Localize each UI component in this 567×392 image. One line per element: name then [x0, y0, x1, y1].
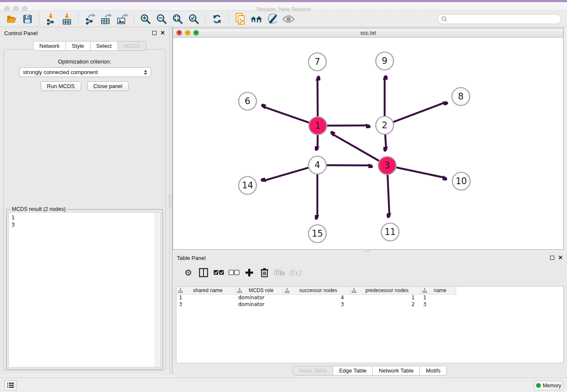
zoom-out-icon[interactable] [155, 13, 168, 25]
float-table-panel-icon[interactable] [550, 256, 554, 260]
import-table-icon[interactable] [61, 13, 73, 25]
cell[interactable]: 1 [350, 295, 421, 301]
export-table-icon[interactable] [100, 13, 113, 25]
save-icon[interactable] [21, 13, 34, 25]
cell[interactable]: dominator [236, 295, 283, 301]
mcds-panel: Optimization criterion: strongly connect… [3, 49, 166, 371]
close-panel-icon[interactable]: ✕ [160, 31, 165, 35]
column-header-predecessor-nodes[interactable]: predecessor nodes [350, 287, 421, 295]
node-15[interactable]: 15 [308, 225, 326, 243]
run-mcds-button[interactable]: Run MCDS [41, 81, 81, 91]
edge-1-6[interactable] [262, 106, 309, 123]
tab-mcds[interactable]: MCDS [118, 41, 146, 51]
tab-network[interactable]: Network [33, 41, 66, 51]
table-panel-title: Table Panel [177, 255, 206, 261]
svg-text:9: 9 [382, 56, 387, 66]
settings-gear-icon[interactable]: ⚙ [182, 266, 195, 279]
svg-text:8: 8 [458, 91, 463, 102]
close-table-panel-icon[interactable]: ✕ [558, 256, 563, 260]
optimization-criterion-value: strongly connected component [23, 69, 98, 75]
export-network-icon[interactable] [84, 13, 96, 25]
tab-motifs[interactable]: Motifs [419, 366, 447, 375]
add-column-icon[interactable] [243, 266, 256, 279]
tab-style[interactable]: Style [66, 41, 90, 51]
table-row[interactable]: 3dominator323 [176, 301, 563, 308]
close-panel-button[interactable]: Close panel [87, 81, 129, 91]
cell[interactable]: 1 [176, 295, 236, 301]
import-network-icon[interactable] [44, 13, 57, 25]
node-9[interactable]: 9 [376, 52, 394, 70]
node-4[interactable]: 4 [308, 156, 326, 174]
node-table[interactable]: shared nameMCDS rolesuccessor nodesprede… [176, 286, 564, 363]
table-row[interactable]: 1dominator411 [176, 295, 563, 301]
node-10[interactable]: 10 [452, 172, 470, 190]
memory-label: Memory [543, 383, 561, 389]
node-6[interactable]: 6 [239, 92, 256, 110]
refresh-layout-icon[interactable] [211, 13, 223, 25]
search-box[interactable] [438, 14, 561, 24]
eye-visibility-icon[interactable] [282, 13, 295, 25]
cell[interactable]: 3 [421, 301, 456, 308]
vertical-splitter-handle[interactable] [169, 195, 173, 207]
table-panel-header: Table Panel ✕ [173, 252, 567, 264]
optimization-criterion-select[interactable]: strongly connected component [19, 67, 151, 77]
cell[interactable]: 2 [350, 301, 421, 308]
zoom-fit-icon[interactable] [171, 13, 184, 25]
control-panel-header: Control Panel ✕ [0, 27, 169, 39]
tab-network-table[interactable]: Network Table [372, 366, 419, 375]
select-stepper-icon [144, 70, 147, 75]
result-scrollbar[interactable] [155, 213, 160, 367]
node-14[interactable]: 14 [239, 177, 256, 194]
deselect-all-icon[interactable] [228, 266, 240, 279]
column-header-MCDS-role[interactable]: MCDS role [236, 287, 283, 295]
column-header-successor-nodes[interactable]: successor nodes [283, 287, 350, 295]
cell[interactable]: 4 [283, 295, 350, 301]
style-preview-icon[interactable] [266, 13, 279, 25]
tab-select[interactable]: Select [90, 41, 118, 51]
toolbar-separator [78, 13, 79, 25]
tab-edge-table[interactable]: Edge Table [333, 366, 372, 375]
edge-3-11[interactable] [388, 175, 389, 217]
cell[interactable]: dominator [236, 301, 283, 308]
duplicate-network-icon[interactable] [234, 13, 247, 25]
edge-3-1[interactable] [331, 133, 379, 161]
node-1[interactable]: 1 [309, 117, 327, 135]
search-input[interactable] [449, 16, 557, 22]
node-11[interactable]: 11 [381, 223, 399, 241]
split-panel-icon[interactable] [197, 266, 210, 279]
cell[interactable]: 3 [283, 301, 350, 308]
svg-text:15: 15 [312, 229, 323, 239]
node-2[interactable]: 2 [376, 116, 394, 134]
mcds-result-title: MCDS result (2 nodes) [10, 206, 67, 212]
edge-2-3[interactable] [385, 135, 386, 150]
edge-2-8[interactable] [394, 102, 447, 122]
network-canvas[interactable]: 7968124314101511 [173, 38, 563, 249]
task-history-button[interactable] [4, 380, 17, 390]
memory-button[interactable]: Memory [534, 381, 563, 390]
home-networks-icon[interactable] [250, 13, 263, 25]
mcds-result-textarea[interactable]: 13 [8, 212, 161, 367]
edge-4-14[interactable] [262, 168, 308, 181]
select-all-icon[interactable] [212, 266, 225, 279]
control-panel: Control Panel ✕ NetworkStyleSelectMCDS O… [0, 27, 169, 374]
tab-node-table[interactable]: Node Table [293, 366, 333, 375]
export-image-icon[interactable] [116, 13, 129, 25]
cell[interactable]: 3 [176, 301, 236, 308]
edge-4-3[interactable] [327, 165, 372, 166]
network-window-titlebar[interactable]: ✕ − + scc.txt [173, 28, 563, 38]
status-bar: Memory [0, 378, 567, 392]
node-3[interactable]: 3 [378, 157, 396, 174]
float-panel-icon[interactable] [152, 31, 157, 35]
zoom-in-icon[interactable] [139, 13, 152, 25]
node-8[interactable]: 8 [452, 88, 470, 105]
column-header-name[interactable]: name [421, 287, 456, 295]
edge-1-2[interactable] [327, 125, 369, 126]
zoom-selected-icon[interactable] [187, 13, 200, 25]
edge-1-7[interactable] [317, 77, 318, 116]
cell[interactable]: 1 [421, 295, 456, 301]
delete-column-icon[interactable] [258, 266, 271, 279]
node-7[interactable]: 7 [308, 53, 326, 71]
edge-3-10[interactable] [396, 168, 446, 178]
column-header-shared-name[interactable]: shared name [176, 287, 236, 295]
open-folder-icon[interactable] [5, 13, 18, 25]
